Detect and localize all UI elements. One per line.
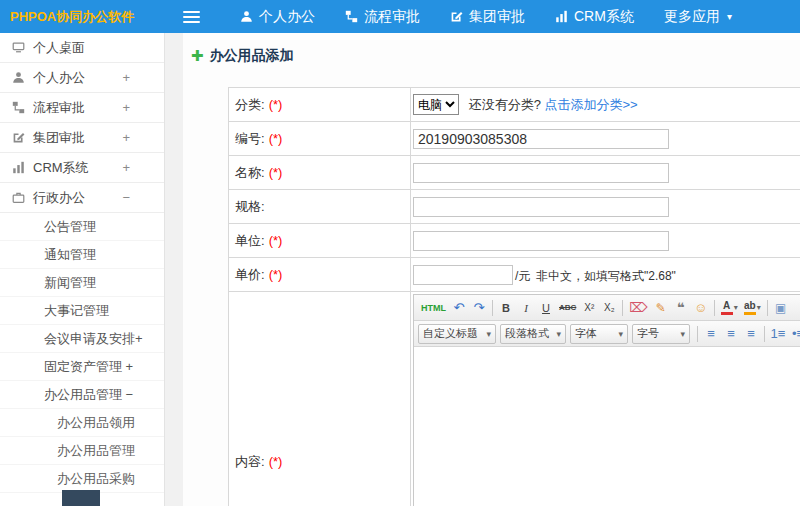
category-select[interactable]: 电脑 [413, 94, 459, 115]
chevron-down-icon: ▾ [757, 303, 761, 312]
form-row-price: 单价:(*) /元 非中文，如填写格式"2.68" [229, 258, 800, 292]
undo-icon[interactable]: ↶ [449, 298, 469, 318]
strikethrough-button[interactable]: ABC [556, 298, 579, 318]
required-marker: (*) [269, 97, 283, 112]
sidebar-item-fixed-assets-management[interactable]: 固定资产管理 + [0, 353, 164, 381]
editor-content-area[interactable] [414, 347, 800, 506]
html-source-button[interactable]: HTML [418, 298, 449, 318]
format-brush-icon[interactable]: ✎ [651, 298, 671, 318]
highlight-glyph: ab [744, 301, 756, 311]
sidebar-scroll-thumb[interactable] [62, 490, 100, 506]
superscript-button[interactable]: X² [579, 298, 599, 318]
sidebar-item-admin-office[interactable]: 行政办公 − [0, 183, 164, 213]
field-label: 单价: [235, 267, 265, 282]
required-marker: (*) [269, 454, 283, 469]
price-unit: /元 [515, 269, 530, 283]
sidebar-item-personal-desktop[interactable]: 个人桌面 [0, 33, 164, 63]
sidebar-item-announcement-management[interactable]: 公告管理 [0, 213, 164, 241]
sidebar-item-office-supplies-manage[interactable]: 办公用品管理 [0, 437, 164, 465]
toolbar-separator [492, 300, 493, 316]
page-title: ✚ 办公用品添加 [191, 47, 800, 65]
chart-icon [555, 10, 568, 23]
sidebar-item-memorabilia-management[interactable]: 大事记管理 [0, 297, 164, 325]
paragraph-format-dropdown[interactable]: 段落格式▾ [500, 324, 566, 344]
top-nav: 个人办公 流程审批 集团审批 CRM系统 更多应用 ▾ [240, 8, 762, 26]
emoji-icon[interactable]: ☺ [691, 298, 711, 318]
nav-personal-office[interactable]: 个人办公 [240, 8, 315, 26]
spec-input[interactable] [413, 197, 669, 217]
required-marker: (*) [269, 131, 283, 146]
expand-toggle[interactable]: + [122, 70, 130, 85]
image-icon[interactable]: ▣ [771, 298, 791, 318]
nav-workflow-approval[interactable]: 流程审批 [345, 8, 420, 26]
align-left-icon[interactable]: ≡ [701, 324, 721, 344]
content-gutter [165, 33, 183, 506]
required-marker: (*) [269, 165, 283, 180]
topbar: PHPOA协同办公软件 个人办公 流程审批 集团审批 CRM系统 更多应用 ▾ [0, 0, 800, 33]
unit-input[interactable] [413, 231, 669, 251]
font-family-dropdown[interactable]: 字体▾ [570, 324, 628, 344]
toolbar-separator [697, 326, 698, 342]
sidebar-item-label: 个人桌面 [33, 39, 85, 57]
blockquote-icon[interactable]: ❝ [671, 298, 691, 318]
user-icon [240, 10, 253, 23]
chevron-down-icon: ▾ [680, 329, 685, 339]
font-size-dropdown[interactable]: 字号▾ [632, 324, 690, 344]
sidebar-item-office-supplies-management[interactable]: 办公用品管理 − [0, 381, 164, 409]
price-input[interactable] [413, 265, 513, 285]
required-marker: (*) [269, 267, 283, 282]
nav-label: 流程审批 [364, 8, 420, 26]
toolbar-separator [622, 300, 623, 316]
sidebar-item-office-supplies-receive[interactable]: 办公用品领用 [0, 409, 164, 437]
form-row-unit: 单位:(*) [229, 224, 800, 258]
code-input[interactable] [413, 129, 669, 149]
dropdown-label: 自定义标题 [423, 326, 478, 341]
align-right-icon[interactable]: ≡ [741, 324, 761, 344]
editor-toolbar-row2: 自定义标题▾ 段落格式▾ 字体▾ 字号▾ ≡ ≡ ≡ 1≡ •≡ [414, 321, 800, 347]
highlight-swatch [744, 312, 756, 315]
eraser-icon[interactable]: ⌦ [626, 298, 650, 318]
sidebar-item-crm-system[interactable]: CRM系统 + [0, 153, 164, 183]
name-input[interactable] [413, 163, 669, 183]
collapse-toggle[interactable]: − [122, 190, 130, 205]
briefcase-icon [12, 191, 25, 204]
nav-more-apps[interactable]: 更多应用 ▾ [664, 8, 732, 26]
supply-add-form: 分类:(*) 电脑 还没有分类? 点击添加分类>> 编号:(*) 名称:(*) [228, 87, 800, 506]
sidebar-item-news-management[interactable]: 新闻管理 [0, 269, 164, 297]
sidebar: 个人桌面 个人办公 + 流程审批 + 集团审批 + CRM系统 + 行政办公 − [0, 33, 165, 506]
highlight-color-button[interactable]: ab ▾ [741, 298, 764, 318]
field-label: 分类: [235, 97, 265, 112]
sidebar-item-notice-management[interactable]: 通知管理 [0, 241, 164, 269]
form-row-category: 分类:(*) 电脑 还没有分类? 点击添加分类>> [229, 88, 800, 122]
add-category-link[interactable]: 点击添加分类>> [544, 97, 637, 112]
chevron-down-icon: ▾ [618, 329, 623, 339]
required-marker: (*) [269, 233, 283, 248]
expand-toggle[interactable]: + [122, 100, 130, 115]
unordered-list-icon[interactable]: •≡ [788, 324, 800, 344]
desktop-icon [12, 41, 25, 54]
sidebar-item-workflow-approval[interactable]: 流程审批 + [0, 93, 164, 123]
sidebar-item-office-supplies-purchase[interactable]: 办公用品采购 [0, 465, 164, 493]
align-center-icon[interactable]: ≡ [721, 324, 741, 344]
sidebar-item-group-approval[interactable]: 集团审批 + [0, 123, 164, 153]
nav-crm-system[interactable]: CRM系统 [555, 8, 634, 26]
dropdown-label: 段落格式 [505, 326, 549, 341]
hamburger-icon[interactable] [183, 8, 200, 26]
nav-label: 个人办公 [259, 8, 315, 26]
bold-button[interactable]: B [496, 298, 516, 318]
nav-group-approval[interactable]: 集团审批 [450, 8, 525, 26]
custom-title-dropdown[interactable]: 自定义标题▾ [418, 324, 496, 344]
font-color-button[interactable]: A ▾ [718, 298, 741, 318]
expand-toggle[interactable]: + [122, 160, 130, 175]
chevron-down-icon: ▾ [734, 303, 738, 312]
underline-button[interactable]: U [536, 298, 556, 318]
sidebar-item-meeting-apply[interactable]: 会议申请及安排+ [0, 325, 164, 353]
expand-toggle[interactable]: + [122, 130, 130, 145]
ordered-list-icon[interactable]: 1≡ [768, 324, 788, 344]
subscript-button[interactable]: X₂ [599, 298, 619, 318]
form-row-spec: 规格: [229, 190, 800, 224]
sidebar-item-personal-office[interactable]: 个人办公 + [0, 63, 164, 93]
category-hint: 还没有分类? [469, 97, 541, 112]
redo-icon[interactable]: ↷ [469, 298, 489, 318]
italic-button[interactable]: I [516, 298, 536, 318]
